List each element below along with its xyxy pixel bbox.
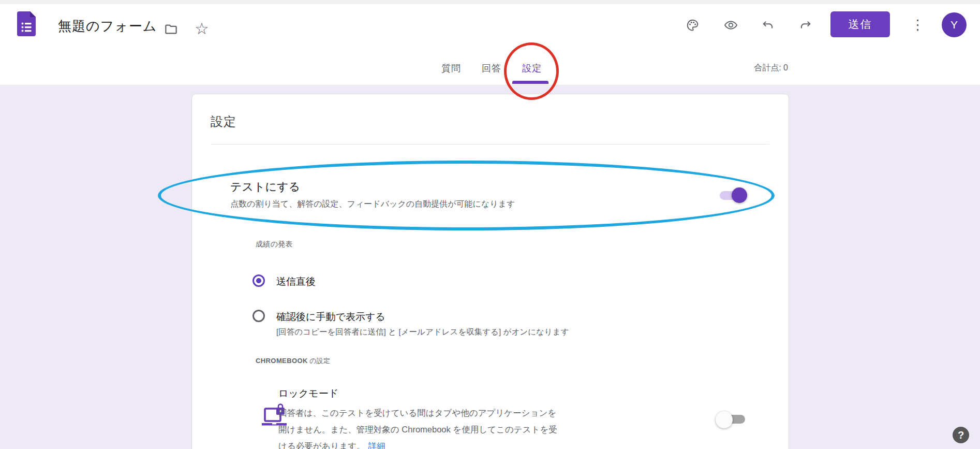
help-button[interactable]: ? — [953, 427, 969, 443]
undo-icon[interactable] — [761, 18, 775, 32]
locked-mode-description-line: 回答者は、このテストを受けている間はタブや他のアプリケーションを — [278, 404, 558, 421]
divider — [211, 144, 769, 144]
locked-mode-description-line: ける必要があります。詳細 — [278, 438, 558, 449]
theme-palette-icon[interactable] — [686, 18, 700, 32]
more-options-kebab-icon[interactable]: ⋮ — [911, 15, 923, 35]
locked-mode-switch-off[interactable] — [717, 411, 746, 427]
form-title[interactable]: 無題のフォーム — [58, 17, 157, 35]
radio-release-immediately-label[interactable]: 送信直後 — [276, 275, 316, 288]
radio-release-after-review[interactable] — [253, 310, 265, 322]
locked-mode-description: 回答者は、このテストを受けている間はタブや他のアプリケーションを 開けません。ま… — [278, 404, 558, 449]
grade-release-section-label: 成績の発表 — [256, 240, 293, 249]
chromebook-section-caps: CHROMEBOOK — [256, 357, 308, 365]
locked-mode-learn-more-link[interactable]: 詳細 — [368, 441, 385, 449]
tab-questions[interactable]: 質問 — [441, 62, 461, 75]
locked-mode-description-line3: ける必要があります。 — [278, 441, 365, 449]
send-button[interactable]: 送信 — [830, 11, 890, 37]
active-tab-indicator — [512, 81, 548, 84]
tab-responses[interactable]: 回答 — [482, 62, 501, 75]
google-forms-logo-icon[interactable] — [17, 11, 36, 36]
chromebook-section-rest: の設定 — [308, 357, 330, 365]
toggle-knob — [732, 187, 747, 203]
radio-release-after-review-note: [回答のコピーを回答者に送信] と [メールアドレスを収集する] がオンになりま… — [276, 327, 569, 338]
radio-release-after-review-label[interactable]: 確認後に手動で表示する — [276, 310, 385, 324]
settings-heading: 設定 — [211, 113, 236, 130]
radio-selected-dot — [256, 278, 261, 283]
browser-top-strip — [0, 0, 980, 4]
quiz-toggle-title: テストにする — [230, 179, 300, 195]
quiz-toggle-switch-on[interactable] — [718, 187, 747, 204]
star-icon[interactable]: ☆ — [195, 19, 209, 39]
redo-icon[interactable] — [799, 18, 813, 32]
tab-settings[interactable]: 設定 — [522, 62, 542, 75]
radio-release-immediately[interactable] — [253, 274, 265, 287]
preview-eye-icon[interactable] — [724, 18, 738, 32]
account-avatar[interactable]: Y — [942, 12, 967, 37]
locked-mode-title: ロックモード — [278, 387, 338, 400]
total-points-label: 合計点: 0 — [754, 63, 788, 74]
chromebook-section-label: CHROMEBOOK の設定 — [256, 356, 330, 366]
move-to-folder-icon[interactable] — [164, 22, 178, 36]
quiz-toggle-description: 点数の割り当て、解答の設定、フィードバックの自動提供が可能になります — [230, 199, 515, 210]
locked-mode-description-line: 開けません。また、管理対象の Chromebook を使用してこのテストを受 — [278, 421, 558, 438]
toggle-knob — [716, 411, 733, 428]
